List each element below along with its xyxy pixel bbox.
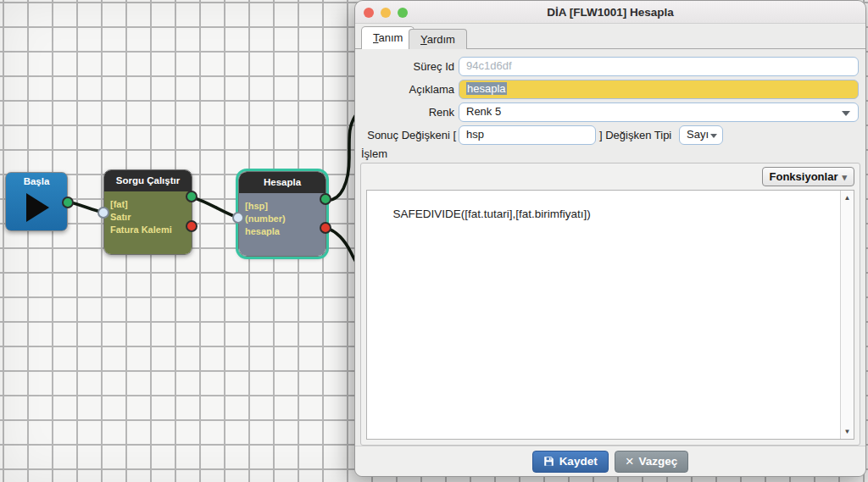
play-icon: [26, 193, 49, 222]
node-sorgu-var: [fat]: [110, 198, 186, 211]
islem-panel: Fonksiyonlar▾ SAFEDIVIDE([fat.tutari],[f…: [360, 163, 860, 446]
node-hesapla-desc: hesapla: [245, 225, 320, 238]
port-hesapla-in[interactable]: [232, 212, 244, 224]
scroll-up-icon[interactable]: ▲: [841, 191, 854, 204]
aciklama-input[interactable]: hesapla: [459, 80, 859, 99]
minimize-icon[interactable]: [381, 8, 391, 18]
surec-id-label: Süreç Id: [355, 57, 454, 76]
renk-select[interactable]: Renk 5: [459, 102, 859, 122]
node-sorgu-body: [fat] Satır Fatura Kalemi: [104, 191, 192, 255]
maximize-icon[interactable]: [398, 8, 408, 18]
node-hesapla-body: [hsp] (number) hesapla: [239, 193, 326, 257]
port-hesapla-error[interactable]: [320, 222, 331, 234]
node-hesapla-var: [hsp]: [245, 200, 320, 213]
degisken-tipi-select[interactable]: Sayı: [679, 125, 723, 145]
node-sorgu-source: Fatura Kalemi: [110, 224, 186, 236]
vazgec-button[interactable]: × Vazgeç: [615, 451, 689, 473]
islem-label: İşlem: [361, 147, 387, 160]
edge-hesapla-success: [326, 116, 355, 200]
dialog-button-bar: Kaydet × Vazgeç: [355, 446, 865, 476]
node-hesapla-title: Hesapla: [239, 172, 326, 193]
renk-label: Renk: [355, 102, 454, 122]
chevron-down-icon: ▾: [842, 169, 847, 186]
dialog-title: DİA [FLW1001] Hesapla: [355, 1, 865, 24]
kaydet-button[interactable]: Kaydet: [532, 451, 609, 473]
port-hesapla-success[interactable]: [320, 193, 331, 205]
port-basla-out[interactable]: [62, 197, 74, 208]
tab-yardim[interactable]: Yardım: [409, 29, 467, 49]
node-sorgu-calistir[interactable]: Sorgu Çalıştır [fat] Satır Fatura Kalemi: [103, 169, 192, 255]
sonuc-degiskeni-input[interactable]: hsp: [459, 125, 596, 145]
node-sorgu-title: Sorgu Çalıştır: [104, 170, 192, 191]
hesapla-dialog: DİA [FLW1001] Hesapla Tanım Yardım Süreç…: [354, 0, 866, 477]
close-icon[interactable]: [364, 8, 374, 18]
fonksiyonlar-button[interactable]: Fonksiyonlar▾: [762, 167, 854, 186]
dialog-titlebar[interactable]: DİA [FLW1001] Hesapla: [355, 1, 865, 24]
node-basla[interactable]: Başla: [5, 172, 68, 231]
degisken-tipi-label: ] Değişken Tipi: [599, 125, 677, 145]
aciklama-label: Açıklama: [355, 80, 454, 99]
node-basla-title: Başla: [6, 176, 67, 186]
node-hesapla-type: (number): [245, 213, 320, 225]
sonuc-degiskeni-label: Sonuç Değişkeni [: [355, 125, 456, 145]
islem-editor[interactable]: SAFEDIVIDE([fat.tutari],[fat.birimfiyatı…: [366, 190, 854, 440]
scroll-down-icon[interactable]: ▼: [841, 425, 854, 438]
port-sorgu-success[interactable]: [186, 191, 198, 202]
node-hesapla[interactable]: Hesapla [hsp] (number) hesapla: [238, 171, 326, 257]
chevron-down-icon: [710, 134, 717, 138]
save-icon: [543, 456, 554, 467]
chevron-down-icon: [842, 111, 850, 116]
tab-bar: Tanım Yardım: [355, 24, 865, 49]
edge-sorgu-hesapla: [192, 197, 238, 218]
tab-tanim[interactable]: Tanım: [361, 26, 415, 49]
editor-scrollbar[interactable]: ▲ ▼: [840, 191, 854, 439]
cancel-icon: ×: [626, 454, 634, 468]
port-sorgu-in[interactable]: [97, 207, 109, 219]
node-sorgu-mode: Satır: [110, 211, 186, 224]
surec-id-input[interactable]: 94c1d6df: [459, 57, 859, 76]
port-sorgu-error[interactable]: [186, 220, 198, 232]
